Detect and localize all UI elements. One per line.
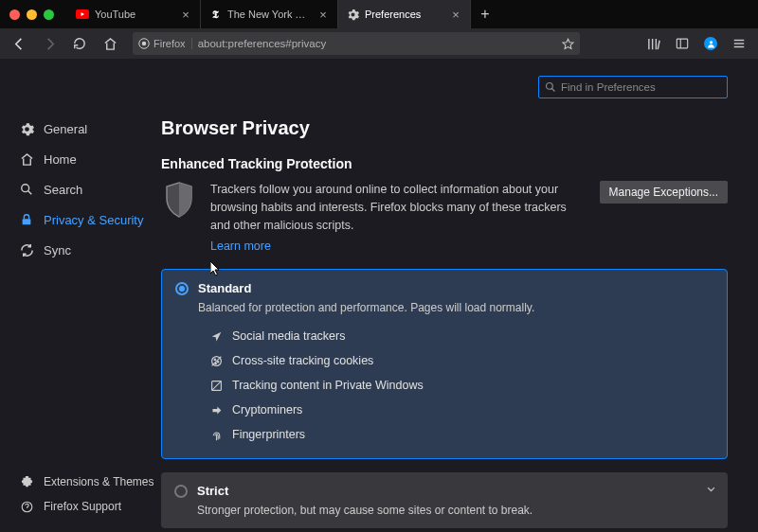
svg-point-5 xyxy=(709,41,712,44)
shield-icon xyxy=(161,181,197,219)
nav-toolbar: Firefox about:preferences#privacy xyxy=(0,28,758,59)
option-title: Strict xyxy=(197,484,228,498)
svg-point-9 xyxy=(22,185,29,192)
app-menu-button[interactable] xyxy=(726,30,752,57)
svg-point-2 xyxy=(142,42,147,46)
radio-standard[interactable] xyxy=(175,282,189,295)
sidebar-item-search[interactable]: Search xyxy=(19,174,161,204)
tab-nytimes[interactable]: 𝕿 The New York Times - Breakin… × xyxy=(201,0,338,28)
fingerprint-icon xyxy=(209,428,223,441)
url-text: about:preferences#privacy xyxy=(198,38,556,49)
cryptominer-icon xyxy=(209,403,223,417)
svg-line-21 xyxy=(211,381,221,390)
youtube-icon xyxy=(76,8,89,21)
gear-icon xyxy=(19,121,34,136)
firefox-icon xyxy=(138,38,150,49)
help-icon xyxy=(19,499,34,514)
svg-point-13 xyxy=(547,83,553,90)
new-tab-button[interactable]: + xyxy=(471,0,499,28)
reload-button[interactable] xyxy=(66,30,93,57)
sidebar-item-label: Privacy & Security xyxy=(44,213,143,227)
tracker-cookies: Cross-site tracking cookies xyxy=(209,348,713,373)
lock-icon xyxy=(19,212,34,227)
cookie-icon xyxy=(209,354,223,367)
search-input[interactable] xyxy=(561,81,721,93)
account-button[interactable] xyxy=(697,30,724,57)
identity-label: Firefox xyxy=(153,38,186,49)
tab-youtube[interactable]: YouTube × xyxy=(68,0,201,28)
tracker-cryptominers: Cryptominers xyxy=(209,398,713,422)
tab-preferences[interactable]: Preferences × xyxy=(338,0,471,28)
titlebar: YouTube × 𝕿 The New York Times - Breakin… xyxy=(0,0,758,28)
close-icon[interactable]: × xyxy=(449,8,462,21)
manage-exceptions-button[interactable]: Manage Exceptions... xyxy=(600,181,728,204)
sidebar-item-privacy[interactable]: Privacy & Security xyxy=(19,204,161,235)
sidebar-item-label: General xyxy=(44,122,87,136)
section-heading-etp: Enhanced Tracking Protection xyxy=(161,156,728,171)
tab-title: Preferences xyxy=(365,9,443,20)
radio-strict[interactable] xyxy=(174,485,188,498)
search-icon xyxy=(545,81,556,93)
sidebar-item-label: Sync xyxy=(44,243,71,257)
category-sidebar: General Home Search Privacy & Security S… xyxy=(0,59,161,532)
tracker-fingerprinters: Fingerprinters xyxy=(209,422,713,447)
sidebar-item-general[interactable]: General xyxy=(19,114,161,144)
sidebar-item-label: Search xyxy=(44,183,82,197)
minimize-window-button[interactable] xyxy=(27,9,37,20)
svg-point-16 xyxy=(214,359,215,360)
tracker-content: Tracking content in Private Windows xyxy=(209,373,713,398)
svg-rect-3 xyxy=(677,39,687,48)
home-button[interactable] xyxy=(97,30,123,57)
tracking-content-icon xyxy=(209,379,223,392)
social-tracker-icon xyxy=(209,329,223,343)
tab-title: The New York Times - Breakin… xyxy=(227,9,311,20)
sync-icon xyxy=(19,242,34,257)
puzzle-icon xyxy=(19,474,34,489)
option-title: Standard xyxy=(198,281,251,295)
preferences-page: General Home Search Privacy & Security S… xyxy=(0,59,758,532)
main-pane: Browser Privacy Enhanced Tracking Protec… xyxy=(161,59,758,532)
sidebar-item-extensions[interactable]: Extensions & Themes xyxy=(19,470,161,494)
sidebar-button[interactable] xyxy=(669,30,695,57)
close-window-button[interactable] xyxy=(9,9,20,20)
sidebar-item-sync[interactable]: Sync xyxy=(19,235,161,265)
forward-button[interactable] xyxy=(36,30,63,57)
learn-more-link[interactable]: Learn more xyxy=(210,238,271,256)
etp-description: Trackers follow you around online to col… xyxy=(210,183,567,232)
nyt-icon: 𝕿 xyxy=(208,8,222,21)
home-icon xyxy=(19,151,34,167)
svg-line-14 xyxy=(552,89,555,92)
chevron-down-icon xyxy=(706,484,716,494)
gear-icon xyxy=(346,8,359,21)
url-bar[interactable]: Firefox about:preferences#privacy xyxy=(133,32,580,55)
svg-rect-11 xyxy=(23,219,31,224)
close-icon[interactable]: × xyxy=(316,8,330,21)
sidebar-item-label: Extensions & Themes xyxy=(44,475,154,488)
tab-title: YouTube xyxy=(95,9,173,20)
library-button[interactable] xyxy=(641,30,667,57)
account-badge-icon xyxy=(704,37,717,50)
sidebar-item-home[interactable]: Home xyxy=(19,144,161,174)
option-standard[interactable]: Standard Balanced for protection and per… xyxy=(161,269,728,459)
page-heading: Browser Privacy xyxy=(161,117,728,139)
sidebar-item-label: Home xyxy=(44,152,77,167)
sidebar-item-label: Firefox Support xyxy=(44,500,121,513)
maximize-window-button[interactable] xyxy=(44,9,54,20)
option-description: Balanced for protection and performance.… xyxy=(198,301,713,314)
window-controls xyxy=(0,9,68,20)
search-icon xyxy=(19,182,34,197)
back-button[interactable] xyxy=(6,30,32,57)
option-strict[interactable]: Strict Stronger protection, but may caus… xyxy=(161,472,728,528)
svg-line-10 xyxy=(28,191,32,195)
svg-point-17 xyxy=(217,361,218,362)
tracker-social: Social media trackers xyxy=(209,324,713,348)
tab-strip: YouTube × 𝕿 The New York Times - Breakin… xyxy=(68,0,499,28)
tracker-list: Social media trackers Cross-site trackin… xyxy=(209,324,713,447)
bookmark-star-icon[interactable] xyxy=(562,38,574,50)
identity-box[interactable]: Firefox xyxy=(138,38,192,49)
option-description: Stronger protection, but may cause some … xyxy=(197,504,714,517)
etp-intro: Trackers follow you around online to col… xyxy=(161,181,728,256)
sidebar-item-support[interactable]: Firefox Support xyxy=(19,494,161,519)
find-in-preferences[interactable] xyxy=(538,76,728,98)
close-icon[interactable]: × xyxy=(179,8,192,21)
